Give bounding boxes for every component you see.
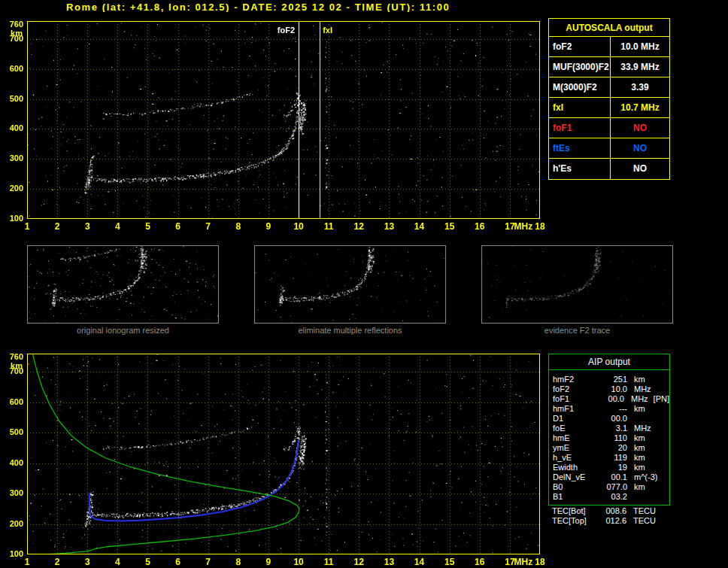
row-fxI: fxI 10.7 MHz [549, 98, 669, 118]
param-value: 00.1 [599, 472, 627, 482]
param-value: 251 [599, 375, 627, 384]
top-ionogram-canvas [0, 12, 548, 238]
aip-row-DelN_vE: DelN_vE00.1m^(-3) [549, 472, 669, 482]
aip-row-foE: foE3.1MHz [549, 424, 669, 433]
param-value: 119 [599, 453, 627, 463]
aip-row-D1: D100.0 [549, 414, 669, 424]
param-unit: TECU [633, 506, 656, 516]
param-unit: MHz [634, 424, 651, 433]
param-name: TEC[Bot] [548, 506, 598, 516]
param-value: 10.7 MHz [611, 98, 669, 117]
thumbnail-original-canvas [27, 245, 219, 323]
aip-row-B1: B103.2 [549, 492, 669, 502]
param-name: hmE [549, 433, 599, 443]
param-unit: km [634, 443, 645, 453]
param-unit: m^(-3) [634, 472, 657, 482]
autoscala-table-title: AUTOSCALA output [549, 19, 669, 37]
param-name: M(3000)F2 [549, 77, 611, 97]
aip-row-hmF2: hmF2251km [549, 375, 669, 384]
param-name: ymE [549, 443, 599, 453]
bottom-ionogram-canvas [0, 343, 548, 568]
thumbnail-clean-canvas [254, 245, 446, 323]
param-name: DelN_vE [549, 472, 599, 482]
param-name: foF2 [549, 37, 611, 56]
param-value: NO [611, 118, 669, 138]
param-value: 19 [599, 463, 627, 472]
aip-row-foF1: foF100.0MHz[PN] [549, 394, 669, 404]
param-value: 03.2 [599, 492, 627, 502]
param-name: foF2 [549, 384, 599, 394]
param-name: foF1 [549, 394, 597, 404]
param-value: 00.0 [599, 414, 627, 424]
row-MUF3000F2: MUF(3000)F2 33.9 MHz [549, 57, 669, 77]
station-date-title: Rome (lat: +41.8, lon: 012.5) - DATE: 20… [66, 2, 450, 13]
param-name: hmF2 [549, 375, 599, 384]
param-name: TEC[Top] [548, 516, 598, 526]
param-unit: MHz [631, 394, 648, 404]
param-value: 012.6 [598, 516, 626, 526]
param-unit: TECU [633, 516, 656, 526]
param-name: D1 [549, 414, 599, 424]
aip-output-panel: AIP output hmF2251km foF210.0MHz foF100.… [548, 354, 670, 506]
param-name: foF1 [549, 118, 611, 138]
param-name: fxI [549, 98, 611, 117]
param-value: 008.6 [598, 506, 626, 516]
thumbnail-caption-f2: evidence F2 trace [481, 326, 673, 335]
param-unit: km [634, 463, 645, 472]
thumbnail-f2-trace-canvas [481, 245, 673, 323]
param-unit: km [634, 404, 645, 414]
param-unit: km [634, 482, 645, 492]
param-value: NO [611, 138, 669, 158]
aip-row-hmF1: hmF1---km [549, 404, 669, 414]
param-name: MUF(3000)F2 [549, 57, 611, 77]
autoscala-window: { "header": { "title": "Rome (lat: +41.8… [0, 0, 728, 568]
param-value: 3.39 [611, 77, 669, 97]
param-value: --- [599, 404, 627, 414]
aip-row-h_vE: h_vE119km [549, 453, 669, 463]
param-name: B0 [549, 482, 599, 492]
aip-row-Ewidth: Ewidth19km [549, 463, 669, 472]
aip-row-foF2: foF210.0MHz [549, 384, 669, 394]
param-name: ftEs [549, 138, 611, 158]
param-name: hmF1 [549, 404, 599, 414]
row-foF1: foF1 NO [549, 118, 669, 138]
param-name: foE [549, 424, 599, 433]
aip-row-hmE: hmE110km [549, 433, 669, 443]
param-value: NO [611, 159, 669, 179]
param-unit: km [634, 453, 645, 463]
param-unit: MHz [634, 384, 651, 394]
row-M3000F2: M(3000)F2 3.39 [549, 77, 669, 98]
param-value: 33.9 MHz [611, 57, 669, 77]
aip-row-TEC-Bot: TEC[Bot]008.6TECU [548, 506, 670, 516]
aip-row-B0: B0077.0km [549, 482, 669, 492]
row-foF2: foF2 10.0 MHz [549, 37, 669, 57]
thumbnail-caption-original: original ionogram resized [27, 326, 219, 335]
param-name: Ewidth [549, 463, 599, 472]
param-value: 110 [599, 433, 627, 443]
param-note: [PN] [654, 394, 669, 404]
aip-panel-title: AIP output [549, 354, 669, 370]
param-name: B1 [549, 492, 599, 502]
param-value: 10.0 [599, 384, 627, 394]
row-ftEs: ftEs NO [549, 138, 669, 159]
tec-rows: TEC[Bot]008.6TECU TEC[Top]012.6TECU [548, 506, 670, 526]
param-value: 10.0 MHz [611, 37, 669, 56]
aip-rows: hmF2251km foF210.0MHz foF100.0MHz[PN] hm… [549, 370, 669, 505]
param-value: 20 [599, 443, 627, 453]
param-value: 3.1 [599, 424, 627, 433]
row-hEs: h'Es NO [549, 159, 669, 179]
param-name: h_vE [549, 453, 599, 463]
param-value: 077.0 [599, 482, 627, 492]
thumbnail-caption-clean: eliminate multiple reflections [254, 326, 446, 335]
aip-row-TEC-Top: TEC[Top]012.6TECU [548, 516, 670, 526]
param-value: 00.0 [597, 394, 624, 404]
param-unit: km [634, 433, 645, 443]
param-unit: km [634, 375, 645, 384]
autoscala-output-table: AUTOSCALA output foF2 10.0 MHz MUF(3000)… [548, 18, 670, 180]
param-name: h'Es [549, 159, 611, 179]
aip-row-ymE: ymE20km [549, 443, 669, 453]
